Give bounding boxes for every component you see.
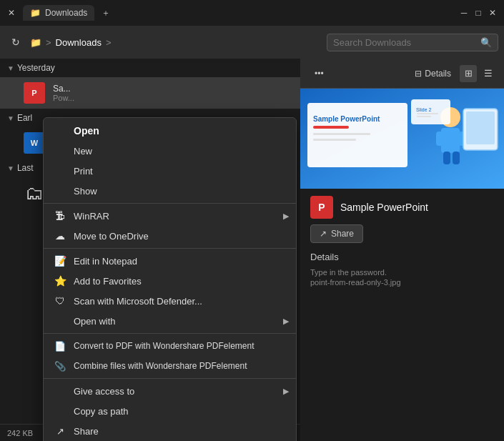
svg-rect-13 bbox=[466, 112, 495, 144]
right-panel: ••• ⊟ Details ⊞ ☰ bbox=[300, 59, 504, 441]
menu-item-share[interactable]: ↗ Share bbox=[44, 421, 296, 441]
onedrive-icon: ☁ bbox=[54, 229, 66, 242]
new-tab-button[interactable]: ＋ bbox=[100, 7, 112, 19]
menu-divider bbox=[44, 378, 296, 379]
file-details: P Sample PowerPoint ↗ Share Details Type… bbox=[300, 189, 504, 294]
svg-text:Slide 2: Slide 2 bbox=[416, 107, 432, 112]
menu-label-combine: Combine files with Wondershare PDFelemen… bbox=[74, 361, 247, 371]
preview-area: Sample PowerPoint bbox=[300, 89, 504, 189]
menu-label-print: Print bbox=[74, 166, 93, 177]
share-icon: ↗ bbox=[320, 229, 327, 239]
section-last-label: Last bbox=[17, 163, 34, 173]
list-view-button[interactable]: ☰ bbox=[480, 65, 497, 82]
details-panel-icon: ⊟ bbox=[415, 69, 422, 79]
copypath-icon bbox=[54, 405, 66, 417]
toolbar: ↻ 📁 > Downloads > 🔍 bbox=[0, 26, 504, 59]
maximize-button[interactable]: □ bbox=[473, 7, 484, 19]
favorites-icon: ⭐ bbox=[54, 274, 66, 287]
section-yesterday[interactable]: ▼ Yesterday bbox=[0, 59, 300, 77]
chevron-yesterday-icon: ▼ bbox=[7, 64, 14, 72]
submenu-arrow-icon: ▶ bbox=[283, 212, 289, 221]
ppt-large-icon: P bbox=[310, 196, 333, 219]
svg-rect-4 bbox=[313, 133, 370, 135]
menu-label-show: Show bbox=[74, 186, 97, 197]
menu-label-giveaccess: Give access to bbox=[74, 386, 134, 397]
menu-item-notepad[interactable]: 📝 Edit in Notepad bbox=[44, 251, 296, 271]
view-toggle: ⊞ ☰ bbox=[460, 65, 497, 82]
search-icon: 🔍 bbox=[480, 37, 492, 48]
breadcrumb-sep1: > bbox=[46, 37, 51, 48]
openwith-icon bbox=[54, 314, 66, 327]
grid-view-button[interactable]: ⊞ bbox=[460, 65, 477, 82]
svg-rect-5 bbox=[313, 139, 356, 141]
file-panel: ▼ Yesterday P Sa... Pow... ▼ Earl W Is T… bbox=[0, 59, 300, 441]
file-details-name: P Sample PowerPoint bbox=[310, 196, 494, 219]
chevron-last-icon: ▼ bbox=[7, 164, 14, 172]
menu-item-giveaccess[interactable]: Give access to ▶ bbox=[44, 381, 296, 401]
share-button[interactable]: ↗ Share bbox=[310, 224, 363, 243]
menu-label-openwith: Open with bbox=[74, 316, 116, 327]
refresh-button[interactable]: ↻ bbox=[6, 32, 26, 52]
preview-svg: Sample PowerPoint bbox=[300, 89, 504, 189]
combine-icon: 📎 bbox=[54, 360, 66, 372]
pdf-icon: 📄 bbox=[54, 340, 66, 352]
share-label: Share bbox=[331, 229, 354, 239]
winrar-icon: 🗜 bbox=[54, 209, 66, 222]
downloads-tab[interactable]: 📁 Downloads bbox=[23, 5, 94, 21]
menu-item-winrar[interactable]: 🗜 WinRAR ▶ bbox=[44, 206, 296, 226]
tab-label: Downloads bbox=[45, 8, 87, 18]
details-section-label: Details bbox=[310, 252, 494, 262]
menu-label-favorites: Add to Favorites bbox=[74, 276, 142, 287]
more-options-button[interactable]: ••• bbox=[307, 66, 331, 81]
menu-item-print[interactable]: Print bbox=[44, 161, 296, 181]
details-button[interactable]: ⊟ Details bbox=[415, 69, 451, 79]
menu-label-winrar: WinRAR bbox=[74, 211, 109, 222]
new-icon bbox=[54, 144, 66, 157]
section-earler-label: Earl bbox=[17, 113, 32, 123]
menu-item-combine[interactable]: 📎 Combine files with Wondershare PDFelem… bbox=[44, 356, 296, 376]
file-name: Sa... bbox=[53, 84, 74, 94]
menu-item-open[interactable]: Open bbox=[44, 121, 296, 141]
svg-rect-3 bbox=[313, 126, 349, 129]
search-bar: 🔍 bbox=[327, 34, 498, 51]
context-menu: Open New Print Show 🗜 WinRAR ▶ ☁ bbox=[43, 117, 297, 441]
svg-rect-16 bbox=[417, 113, 438, 114]
menu-label-share: Share bbox=[74, 426, 99, 437]
list-item[interactable]: P Sa... Pow... bbox=[0, 77, 300, 109]
svg-rect-11 bbox=[453, 152, 460, 164]
menu-divider bbox=[44, 203, 296, 204]
menu-item-show[interactable]: Show bbox=[44, 181, 296, 201]
menu-item-onedrive[interactable]: ☁ Move to OneDrive bbox=[44, 226, 296, 246]
title-bar: ✕ 📁 Downloads ＋ ─ □ ✕ bbox=[0, 0, 504, 26]
svg-rect-17 bbox=[417, 116, 431, 117]
breadcrumb-label[interactable]: Downloads bbox=[56, 37, 102, 48]
menu-item-openwith[interactable]: Open with ▶ bbox=[44, 311, 296, 331]
menu-divider bbox=[44, 248, 296, 249]
panel-toolbar: ••• ⊟ Details ⊞ ☰ bbox=[300, 59, 504, 89]
print-icon bbox=[54, 164, 66, 177]
close-window-button[interactable]: ✕ bbox=[487, 7, 498, 19]
menu-item-favorites[interactable]: ⭐ Add to Favorites bbox=[44, 271, 296, 291]
folder-nav-icon: 📁 bbox=[30, 37, 41, 48]
menu-item-pdf[interactable]: 📄 Convert to PDF with Wondershare PDFele… bbox=[44, 336, 296, 356]
share-menu-icon: ↗ bbox=[54, 425, 66, 437]
submenu-arrow-icon: ▶ bbox=[283, 317, 289, 326]
file-details-title: Sample PowerPoint bbox=[340, 202, 428, 213]
show-icon bbox=[54, 184, 66, 197]
minimize-button[interactable]: ─ bbox=[458, 7, 470, 19]
file-icon-ppt: P bbox=[21, 80, 47, 106]
open-icon bbox=[54, 124, 66, 137]
menu-item-copypath[interactable]: Copy as path bbox=[44, 401, 296, 421]
menu-item-defender[interactable]: 🛡 Scan with Microsoft Defender... bbox=[44, 291, 296, 311]
folder-icon: 📁 bbox=[30, 8, 41, 18]
search-input[interactable] bbox=[333, 37, 476, 48]
status-text: 242 KB bbox=[7, 429, 33, 437]
close-tab-button[interactable]: ✕ bbox=[6, 7, 17, 19]
menu-label-open: Open bbox=[74, 125, 99, 137]
menu-label-copypath: Copy as path bbox=[74, 406, 129, 417]
section-yesterday-label: Yesterday bbox=[17, 63, 55, 73]
main-content: ▼ Yesterday P Sa... Pow... ▼ Earl W Is T… bbox=[0, 59, 504, 441]
menu-label-onedrive: Move to OneDrive bbox=[74, 231, 149, 242]
details-label: Details bbox=[425, 69, 451, 79]
menu-item-new[interactable]: New bbox=[44, 141, 296, 161]
